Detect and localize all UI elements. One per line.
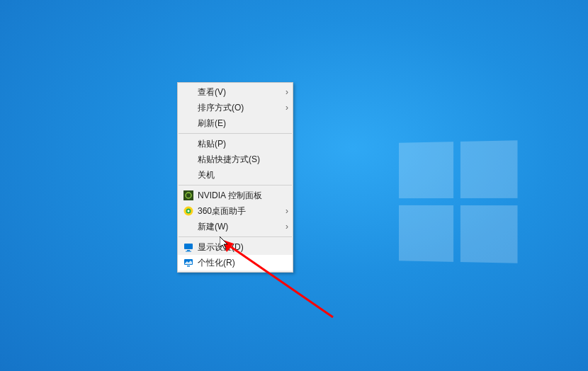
- menu-item-label: 刷新(E): [198, 118, 281, 130]
- blank-icon: [182, 118, 195, 129]
- menu-item[interactable]: 个性化(R): [178, 255, 293, 270]
- menu-item[interactable]: 显示设置(D): [178, 239, 293, 255]
- svg-point-4: [188, 210, 190, 212]
- menu-item[interactable]: 粘贴(P): [178, 136, 293, 152]
- menu-separator: [179, 236, 292, 237]
- svg-rect-6: [187, 250, 190, 251]
- blank-icon: [182, 221, 195, 232]
- menu-item[interactable]: 查看(V)›: [178, 84, 293, 100]
- menu-item-label: 粘贴快捷方式(S): [198, 154, 281, 166]
- blank-icon: [182, 138, 195, 149]
- desktop-context-menu: 查看(V)›排序方式(O)›刷新(E)粘贴(P)粘贴快捷方式(S)关机NVIDI…: [177, 82, 293, 273]
- chevron-right-icon: ›: [281, 87, 288, 97]
- svg-rect-7: [186, 251, 191, 252]
- menu-separator: [179, 185, 292, 186]
- menu-item[interactable]: 刷新(E): [178, 115, 293, 131]
- chevron-right-icon: ›: [281, 206, 288, 216]
- menu-item-label: 排序方式(O): [198, 102, 281, 114]
- svg-rect-5: [184, 244, 193, 249]
- menu-item-label: 关机: [198, 169, 281, 181]
- blank-icon: [182, 102, 195, 113]
- 360-icon: [182, 205, 195, 217]
- menu-item-label: 显示设置(D): [198, 241, 281, 253]
- blank-icon: [182, 169, 195, 181]
- blank-icon: [182, 154, 195, 165]
- menu-item[interactable]: 新建(W)›: [178, 219, 293, 234]
- menu-item[interactable]: NVIDIA 控制面板: [178, 188, 293, 203]
- menu-item-label: 新建(W): [198, 221, 281, 233]
- nvidia-icon: [182, 190, 195, 201]
- menu-item-label: 粘贴(P): [198, 138, 281, 150]
- menu-item-label: 360桌面助手: [198, 205, 281, 217]
- chevron-right-icon: ›: [281, 103, 288, 113]
- windows-logo: [399, 140, 517, 263]
- menu-item-label: NVIDIA 控制面板: [198, 190, 281, 202]
- menu-item[interactable]: 关机: [178, 167, 293, 183]
- menu-item[interactable]: 排序方式(O)›: [178, 100, 293, 115]
- menu-item[interactable]: 粘贴快捷方式(S): [178, 152, 293, 167]
- svg-rect-9: [187, 266, 190, 267]
- chevron-right-icon: ›: [281, 222, 288, 232]
- blank-icon: [182, 86, 195, 98]
- menu-separator: [179, 133, 292, 134]
- menu-item-label: 查看(V): [198, 86, 281, 98]
- personalize-icon: [182, 257, 195, 268]
- svg-rect-0: [183, 190, 193, 200]
- display-icon: [182, 241, 195, 253]
- menu-item[interactable]: 360桌面助手›: [178, 203, 293, 219]
- menu-item-label: 个性化(R): [198, 257, 281, 269]
- desktop-background[interactable]: 查看(V)›排序方式(O)›刷新(E)粘贴(P)粘贴快捷方式(S)关机NVIDI…: [0, 0, 588, 371]
